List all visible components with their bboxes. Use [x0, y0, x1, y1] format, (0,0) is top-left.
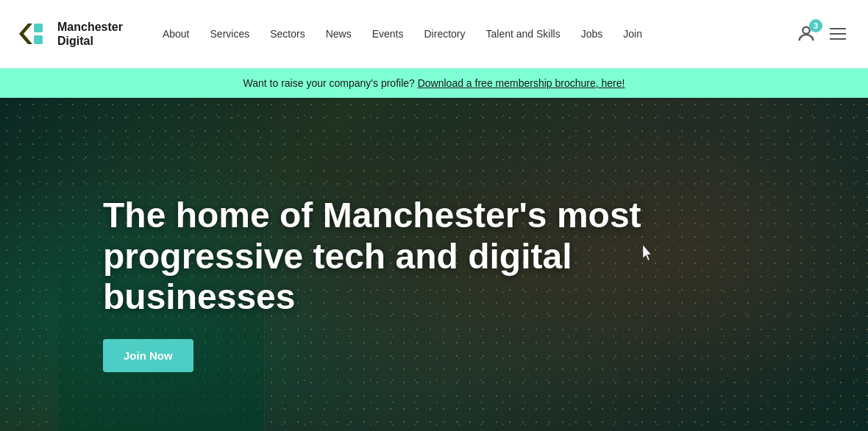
svg-marker-0: [19, 24, 32, 44]
nav-item-services[interactable]: Services: [200, 0, 260, 68]
hero-title: The home of Manchester's most progressiv…: [103, 195, 655, 317]
hamburger-menu-button[interactable]: [825, 24, 850, 44]
logo-text: Manchester Digital: [57, 20, 123, 48]
svg-rect-2: [34, 35, 43, 44]
user-menu-button[interactable]: 3: [796, 24, 817, 44]
nav-item-news[interactable]: News: [316, 0, 362, 68]
hamburger-line-1: [830, 28, 846, 29]
svg-rect-1: [34, 24, 43, 32]
nav-item-events[interactable]: Events: [362, 0, 414, 68]
hero-section: The home of Manchester's most progressiv…: [0, 98, 868, 431]
hamburger-line-3: [830, 38, 846, 40]
main-nav: About Services Sectors News Events Direc…: [152, 0, 796, 68]
announcement-text: Want to raise your company's profile?: [243, 77, 415, 89]
header-actions: 3: [796, 24, 850, 44]
notification-badge: 3: [809, 19, 822, 32]
nav-item-talent-and-skills[interactable]: Talent and Skills: [476, 0, 571, 68]
nav-item-directory[interactable]: Directory: [414, 0, 476, 68]
announcement-bar: Want to raise your company's profile? Do…: [0, 68, 868, 98]
hero-content: The home of Manchester's most progressiv…: [103, 195, 655, 372]
hamburger-line-2: [830, 33, 846, 35]
nav-item-sectors[interactable]: Sectors: [260, 0, 315, 68]
nav-item-join[interactable]: Join: [613, 0, 652, 68]
nav-item-about[interactable]: About: [152, 0, 200, 68]
svg-point-3: [803, 27, 809, 34]
nav-item-jobs[interactable]: Jobs: [571, 0, 613, 68]
logo-icon: [18, 18, 50, 50]
announcement-link[interactable]: Download a free membership brochure, her…: [418, 77, 625, 89]
join-now-button[interactable]: Join Now: [103, 339, 193, 372]
logo-link[interactable]: Manchester Digital: [18, 18, 123, 50]
site-header: Manchester Digital About Services Sector…: [0, 0, 868, 68]
